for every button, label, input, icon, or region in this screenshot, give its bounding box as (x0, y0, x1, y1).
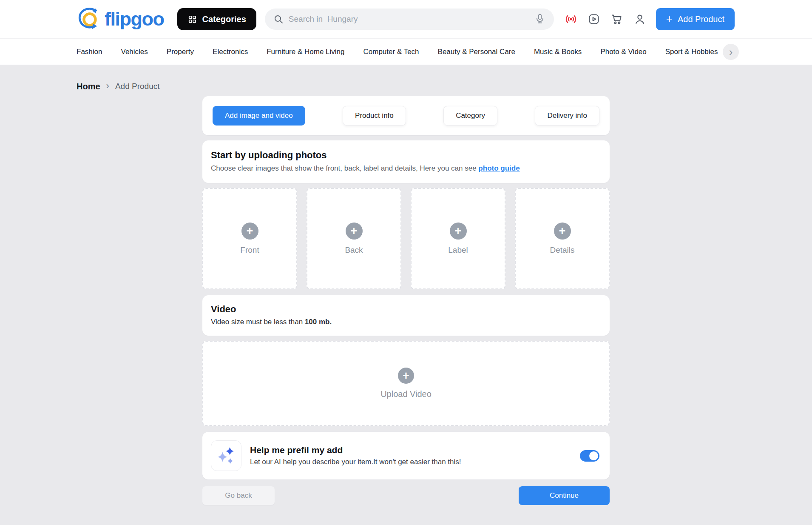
breadcrumb-home[interactable]: Home (77, 82, 100, 91)
nav-item[interactable]: Electronics (213, 48, 248, 56)
photo-upload-slot[interactable]: + Front (202, 188, 297, 289)
nav-scroll-right-button[interactable]: › (723, 44, 739, 60)
form-footer: Go back Continue (202, 486, 610, 505)
video-upload-dropzone[interactable]: + Upload Video (202, 341, 610, 426)
ai-helper-description: Let our AI help you describe your item.I… (250, 458, 580, 466)
chevron-right-icon: › (106, 80, 109, 91)
toggle-knob (589, 451, 598, 460)
photos-description-text: Choose clear images that show the front,… (211, 164, 478, 172)
continue-button[interactable]: Continue (519, 486, 610, 505)
photo-upload-slots: + Front + Back + Label + Details (202, 188, 610, 289)
nav-item[interactable]: Beauty & Personal Care (438, 48, 515, 56)
plus-icon: + (398, 368, 414, 384)
plus-icon: + (241, 223, 258, 240)
step-tab[interactable]: Category (443, 106, 497, 126)
photo-upload-slot[interactable]: + Label (411, 188, 505, 289)
breadcrumb: Home › Add Product (0, 65, 812, 93)
live-broadcast-icon[interactable] (564, 12, 578, 26)
step-tab[interactable]: Add image and video (213, 106, 305, 126)
photos-title: Start by uploading photos (211, 150, 601, 161)
upload-video-label: Upload Video (380, 389, 432, 399)
photo-guide-link[interactable]: photo guide (478, 164, 520, 172)
ai-helper-title: Help me prefil my add (250, 445, 580, 455)
photo-upload-slot[interactable]: + Back (307, 188, 401, 289)
video-size-limit: 100 mb. (305, 318, 332, 326)
ai-helper-texts: Help me prefil my add Let our AI help yo… (250, 445, 580, 466)
nav-item[interactable]: Fashion (77, 48, 102, 56)
add-product-button[interactable]: + Add Product (656, 8, 735, 30)
nav-item[interactable]: Computer & Tech (363, 48, 419, 56)
slot-label: Details (550, 245, 574, 255)
video-play-icon[interactable] (587, 12, 601, 26)
ai-sparkles-icon (211, 440, 241, 471)
cart-icon[interactable] (610, 12, 624, 26)
plus-icon: + (666, 13, 673, 24)
nav-item[interactable]: Sport & Hobbies (665, 48, 718, 56)
plus-icon: + (554, 223, 571, 240)
step-tab[interactable]: Product info (343, 106, 406, 126)
categories-button[interactable]: Categories (177, 8, 256, 30)
nav-item[interactable]: Property (167, 48, 194, 56)
plus-icon: + (346, 223, 363, 240)
microphone-icon[interactable] (534, 13, 545, 26)
category-nav: FashionVehiclesPropertyElectronicsFurnit… (0, 38, 812, 65)
chevron-right-icon: › (729, 46, 733, 58)
nav-item[interactable]: Photo & Video (600, 48, 646, 56)
category-nav-items: FashionVehiclesPropertyElectronicsFurnit… (77, 48, 718, 56)
search-icon (273, 14, 284, 24)
step-tab[interactable]: Delivery info (535, 106, 599, 126)
grid-icon (187, 14, 197, 24)
flipgoo-logo-icon (77, 7, 101, 31)
slot-label: Back (345, 245, 363, 255)
step-tabs: Add image and videoProduct infoCategoryD… (202, 96, 610, 135)
video-section: Video Video size must be less than 100 m… (202, 295, 610, 336)
add-product-form: Add image and videoProduct infoCategoryD… (202, 96, 610, 505)
user-icon[interactable] (633, 12, 647, 26)
ai-helper-card: Help me prefil my add Let our AI help yo… (202, 432, 610, 479)
video-title: Video (211, 304, 601, 315)
search-input[interactable] (284, 14, 534, 24)
categories-label: Categories (202, 14, 246, 24)
plus-icon: + (450, 223, 467, 240)
nav-item[interactable]: Music & Books (534, 48, 582, 56)
add-product-label: Add Product (678, 14, 724, 24)
breadcrumb-current: Add Product (115, 82, 160, 91)
go-back-button[interactable]: Go back (202, 486, 275, 505)
nav-item[interactable]: Vehicles (121, 48, 148, 56)
ai-toggle[interactable] (580, 450, 599, 462)
video-size-note: Video size must be less than 100 mb. (211, 318, 601, 326)
header-icon-group (564, 12, 647, 26)
top-header: flipgoo Categories (0, 0, 812, 38)
flipgoo-logo[interactable]: flipgoo (77, 7, 164, 31)
nav-item[interactable]: Furniture & Home Living (267, 48, 344, 56)
search-bar (265, 9, 554, 30)
slot-label: Front (240, 245, 259, 255)
photos-description: Choose clear images that show the front,… (211, 164, 601, 173)
logo-text: flipgoo (105, 8, 164, 30)
slot-label: Label (448, 245, 468, 255)
photo-upload-slot[interactable]: + Details (515, 188, 610, 289)
photos-section: Start by uploading photos Choose clear i… (202, 140, 610, 183)
